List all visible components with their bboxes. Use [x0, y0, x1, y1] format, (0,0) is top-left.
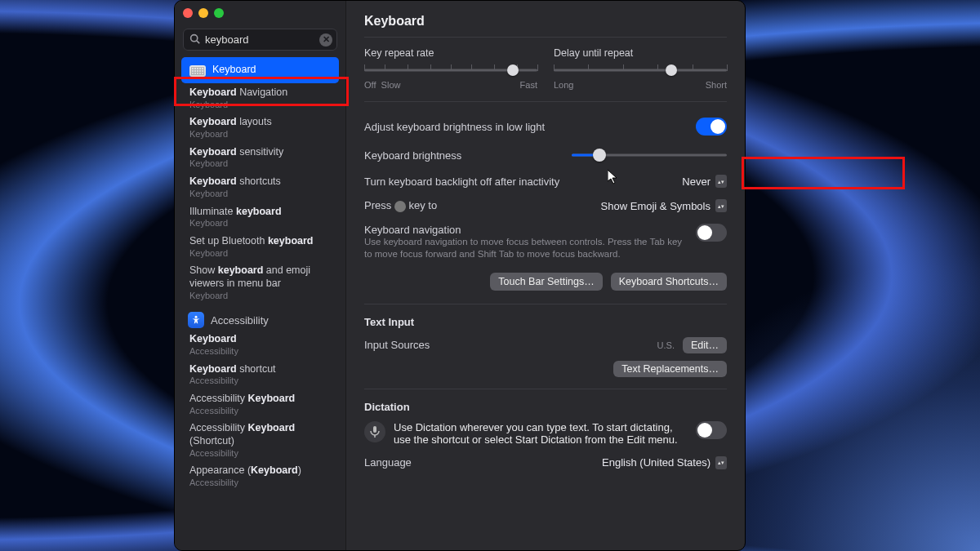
sidebar-search-result[interactable]: Accessibility Keyboard (Shortcut)Accessi…	[181, 419, 339, 461]
delay-repeat-slider[interactable]	[554, 62, 727, 78]
sidebar-search-result[interactable]: KeyboardAccessibility	[181, 330, 339, 359]
result-title: Keyboard Navigation	[189, 87, 287, 100]
result-category: Keyboard	[189, 100, 287, 111]
input-sources-label: Input Sources	[364, 339, 430, 351]
search-icon	[189, 33, 200, 47]
result-category: Keyboard	[189, 218, 282, 229]
search-input[interactable]	[183, 29, 337, 51]
maximize-button[interactable]	[214, 8, 224, 18]
page-title: Keyboard	[364, 14, 727, 29]
main-panel: Keyboard Key repeat rate Off Slow Fast D…	[346, 1, 745, 550]
popup-value: English (United States)	[602, 456, 710, 469]
text-replacements-button[interactable]: Text Replacements…	[613, 361, 727, 377]
result-title: Keyboard	[189, 333, 238, 346]
key-repeat-label: Key repeat rate	[364, 47, 537, 59]
auto-brightness-label: Adjust keyboard brightness in low light	[364, 121, 545, 133]
sidebar-section-accessibility[interactable]: Accessibility	[178, 304, 342, 330]
slider-thumb[interactable]	[507, 64, 519, 76]
backlight-off-label: Turn keyboard backlight off after inacti…	[364, 176, 559, 188]
result-title: Accessibility Keyboard (Shortcut)	[189, 422, 331, 447]
result-category: Accessibility	[189, 478, 301, 489]
keyboard-nav-toggle[interactable]	[696, 224, 727, 242]
result-category: Keyboard	[189, 158, 283, 170]
keyboard-nav-row: Keyboard navigation Use keyboard navigat…	[364, 218, 727, 266]
repeat-sliders: Key repeat rate Off Slow Fast Delay unti…	[364, 47, 727, 90]
divider	[364, 304, 727, 304]
sidebar-search-result[interactable]: Keyboard sensitivityKeyboard	[181, 143, 339, 172]
search-field[interactable]: ✕	[183, 29, 337, 51]
divider	[364, 101, 727, 102]
result-title: Appearance (Keyboard)	[189, 464, 301, 478]
sidebar-search-result[interactable]: Keyboard NavigationKeyboard	[181, 83, 339, 113]
divider	[364, 389, 727, 389]
svg-line-1	[197, 40, 199, 42]
press-key-popup[interactable]: Show Emoji & Symbols ▴▾	[601, 199, 727, 212]
language-label: Language	[364, 456, 412, 469]
sidebar-search-result[interactable]: Keyboard shortcutsKeyboard	[181, 172, 339, 202]
minimize-button[interactable]	[198, 8, 208, 18]
key-repeat-slider[interactable]	[364, 62, 537, 78]
system-settings-window: ✕ Keyboard Keyboard NavigationKeyboardKe…	[174, 0, 746, 551]
sidebar-search-result[interactable]: Keyboard shortcutAccessibility	[181, 360, 339, 389]
brightness-row: Keyboard brightness	[364, 141, 727, 169]
slider-min-label: Long	[554, 80, 573, 90]
chevron-up-down-icon: ▴▾	[715, 456, 727, 469]
sidebar-section-label: Accessibility	[211, 314, 269, 327]
window-controls	[183, 8, 224, 18]
slider-thumb[interactable]	[666, 64, 677, 76]
language-popup[interactable]: English (United States) ▴▾	[602, 456, 727, 469]
dictation-title: Dictation	[364, 401, 727, 413]
sidebar-search-result[interactable]: Keyboard layoutsKeyboard	[181, 113, 339, 142]
result-title: Show keyboard and emoji viewers in menu …	[189, 264, 331, 290]
input-sources-row: Input Sources U.S. Edit…	[364, 331, 727, 359]
chevron-up-down-icon: ▴▾	[715, 199, 727, 212]
result-title: Keyboard shortcut	[189, 363, 276, 376]
input-sources-value: U.S.	[657, 340, 675, 350]
clear-search-icon[interactable]: ✕	[319, 33, 332, 47]
svg-point-2	[195, 316, 198, 318]
chevron-up-down-icon: ▴▾	[715, 175, 727, 188]
result-category: Accessibility	[189, 375, 276, 387]
close-button[interactable]	[183, 8, 193, 18]
result-title: Set up Bluetooth keyboard	[189, 235, 314, 248]
result-title: Keyboard sensitivity	[189, 146, 283, 159]
backlight-off-popup[interactable]: Never ▴▾	[682, 175, 727, 188]
auto-brightness-row: Adjust keyboard brightness in low light	[364, 112, 727, 141]
accessibility-icon	[188, 312, 204, 328]
result-category: Accessibility	[189, 448, 331, 460]
sidebar-search-result[interactable]: Accessibility KeyboardAccessibility	[181, 389, 339, 419]
slider-thumb[interactable]	[593, 149, 606, 162]
result-category: Accessibility	[189, 346, 238, 358]
keyboard-icon	[189, 65, 206, 77]
slider-max-label: Short	[706, 80, 727, 90]
divider	[364, 37, 727, 38]
sidebar-item-keyboard[interactable]: Keyboard	[181, 57, 339, 83]
dictation-toggle[interactable]	[696, 421, 727, 439]
result-category: Keyboard	[189, 129, 272, 140]
sidebar-results: Keyboard Keyboard NavigationKeyboardKeyb…	[175, 57, 345, 550]
slider-min-label: Off	[364, 80, 376, 90]
result-title: Accessibility Keyboard	[189, 393, 295, 406]
popup-value: Never	[682, 176, 710, 188]
brightness-slider[interactable]	[572, 147, 727, 163]
keyboard-nav-label: Keyboard navigation	[364, 224, 688, 236]
sidebar-search-result[interactable]: Appearance (Keyboard)Accessibility	[181, 461, 339, 491]
press-key-row: Press key to Show Emoji & Symbols ▴▾	[364, 193, 727, 218]
delay-repeat-label: Delay until repeat	[554, 47, 727, 59]
sidebar-search-result[interactable]: Show keyboard and emoji viewers in menu …	[181, 261, 339, 304]
sidebar-search-result[interactable]: Illuminate keyboardKeyboard	[181, 202, 339, 232]
result-title: Illuminate keyboard	[189, 206, 282, 219]
microphone-icon	[364, 421, 385, 442]
slider-slow-label: Slow	[381, 80, 401, 90]
touchbar-settings-button[interactable]: Touch Bar Settings…	[490, 273, 602, 291]
dictation-language-row: Language English (United States) ▴▾	[364, 451, 727, 475]
slider-max-label: Fast	[520, 80, 537, 90]
svg-rect-3	[373, 426, 376, 433]
text-input-title: Text Input	[364, 316, 727, 328]
auto-brightness-toggle[interactable]	[696, 118, 727, 136]
titlebar	[175, 1, 345, 25]
edit-sources-button[interactable]: Edit…	[683, 337, 727, 353]
sidebar-search-result[interactable]: Set up Bluetooth keyboardKeyboard	[181, 232, 339, 261]
press-key-label: Press key to	[364, 199, 437, 212]
keyboard-shortcuts-button[interactable]: Keyboard Shortcuts…	[611, 273, 727, 291]
